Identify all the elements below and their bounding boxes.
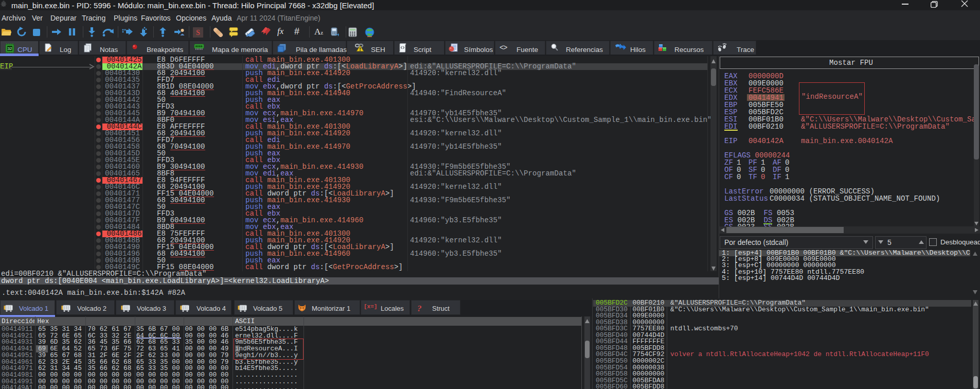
svg-text:S: S — [196, 29, 200, 37]
svg-text:32: 32 — [8, 46, 12, 51]
